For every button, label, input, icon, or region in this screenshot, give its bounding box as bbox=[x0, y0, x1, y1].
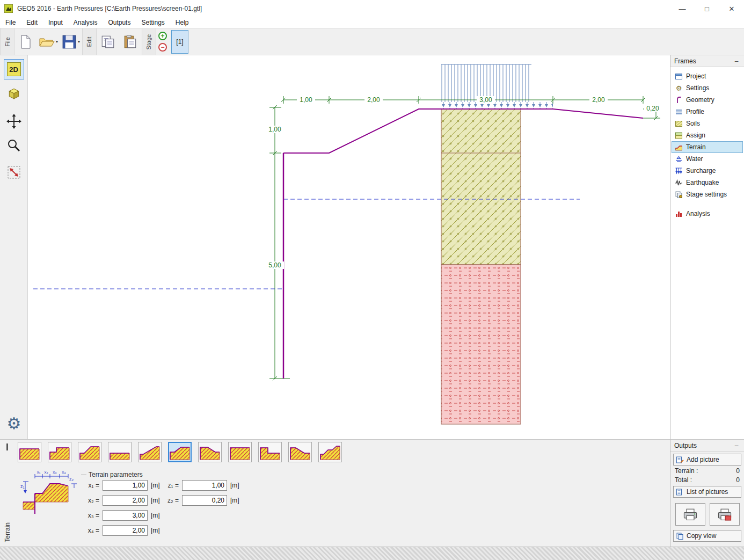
x2-input[interactable] bbox=[103, 495, 148, 506]
menu-outputs[interactable]: Outputs bbox=[103, 18, 136, 27]
terrain-frame: x₁ x₂ x₃ x₄ z₁ z₂ Terrain parameters x₁ … bbox=[14, 439, 670, 547]
3d-cube-icon bbox=[7, 86, 21, 100]
frame-splitter-handle[interactable] bbox=[6, 443, 8, 450]
new-file-icon bbox=[19, 34, 32, 49]
remove-stage-icon[interactable]: − bbox=[158, 43, 167, 52]
terrain-shape-9[interactable] bbox=[258, 442, 282, 462]
open-file-button[interactable]: ▾ bbox=[38, 30, 59, 54]
drawing-canvas[interactable]: 1,00 2,00 3,00 2,00 1,00 5,00 0,20 bbox=[28, 55, 670, 439]
minimize-icon[interactable]: — bbox=[670, 0, 695, 17]
printer-icon bbox=[682, 507, 698, 521]
water-icon bbox=[675, 155, 683, 163]
terrain-count-label: Terrain : bbox=[675, 467, 698, 475]
frames-item-assign[interactable]: Assign bbox=[672, 129, 743, 141]
frames-item-project[interactable]: Project bbox=[672, 70, 743, 82]
fit-view-button[interactable] bbox=[4, 162, 24, 183]
outputs-panel: Outputs – Add picture Terrain : 0 Total … bbox=[670, 439, 744, 547]
z1-input[interactable] bbox=[182, 480, 227, 491]
frames-minimize-icon[interactable]: – bbox=[733, 57, 740, 65]
terrain-count-row: Terrain : 0 bbox=[670, 466, 744, 475]
menu-input[interactable]: Input bbox=[43, 18, 68, 27]
terrain-shape-7[interactable] bbox=[198, 442, 222, 462]
diagram-x1-label: x₁ bbox=[37, 470, 41, 475]
x3-label: x₃ = bbox=[81, 512, 99, 519]
app-window: GEO5 2016 - Earth Pressures [C:\Earth Pr… bbox=[0, 0, 744, 560]
frames-item-soils[interactable]: Soils bbox=[672, 118, 743, 129]
dim-left-1: 1,00 bbox=[268, 126, 281, 133]
frames-item-terrain[interactable]: Terrain bbox=[672, 141, 743, 153]
assign-icon bbox=[675, 132, 683, 140]
frames-item-label: Soils bbox=[686, 120, 700, 127]
frames-panel-header: Frames – bbox=[670, 55, 744, 67]
frames-item-settings[interactable]: ⚙ Settings bbox=[672, 82, 743, 94]
menu-file[interactable]: File bbox=[0, 18, 21, 27]
zoom-icon bbox=[6, 138, 21, 153]
surcharge-icon bbox=[675, 167, 683, 175]
close-icon[interactable]: ✕ bbox=[719, 0, 744, 17]
z1-unit: [m] bbox=[230, 482, 239, 489]
x3-input[interactable] bbox=[103, 510, 148, 521]
stage-1-button[interactable]: [1] bbox=[171, 30, 188, 54]
dim-right: 0,20 bbox=[646, 105, 659, 112]
terrain-parameters-group: Terrain parameters bbox=[81, 471, 143, 478]
maximize-icon[interactable]: □ bbox=[695, 0, 719, 17]
terrain-shape-11[interactable] bbox=[318, 442, 342, 462]
main-toolbar: File ▾ ▾ Edit bbox=[0, 28, 744, 55]
view-3d-button[interactable] bbox=[4, 83, 24, 104]
2d-icon: 2D bbox=[7, 62, 21, 76]
open-dropdown-icon[interactable]: ▾ bbox=[56, 39, 58, 44]
x4-input[interactable] bbox=[103, 525, 148, 536]
print-picture-button[interactable] bbox=[710, 503, 740, 526]
frames-item-profile[interactable]: Profile bbox=[672, 106, 743, 118]
frames-item-label: Assign bbox=[686, 132, 705, 139]
stage-settings-icon bbox=[675, 191, 683, 199]
frames-item-earthquake[interactable]: Earthquake bbox=[672, 177, 743, 188]
menu-settings[interactable]: Settings bbox=[136, 18, 170, 27]
drawing-settings-button[interactable]: ⚙ bbox=[4, 413, 24, 434]
frames-item-water[interactable]: Water bbox=[672, 153, 743, 165]
terrain-shape-1[interactable] bbox=[18, 442, 41, 462]
terrain-shape-3[interactable] bbox=[78, 442, 101, 462]
view-toolbar: 2D bbox=[0, 55, 28, 439]
view-2d-button[interactable]: 2D bbox=[4, 59, 24, 79]
frames-item-surcharge[interactable]: Surcharge bbox=[672, 165, 743, 177]
z2-input[interactable] bbox=[182, 495, 227, 506]
printer-picture-icon bbox=[717, 507, 733, 521]
frames-item-analysis[interactable]: Analysis bbox=[672, 208, 743, 220]
save-dropdown-icon[interactable]: ▾ bbox=[78, 39, 80, 44]
add-stage-icon[interactable]: + bbox=[158, 32, 167, 40]
menu-edit[interactable]: Edit bbox=[21, 18, 43, 27]
menu-analysis[interactable]: Analysis bbox=[68, 18, 103, 27]
profile-icon bbox=[675, 108, 683, 116]
new-file-button[interactable] bbox=[16, 30, 36, 54]
diagram-z1-label: z₁ bbox=[20, 484, 25, 489]
analysis-icon bbox=[675, 210, 683, 218]
terrain-shape-8[interactable] bbox=[228, 442, 252, 462]
terrain-shape-2[interactable] bbox=[48, 442, 71, 462]
bottom-frame-label: Terrain bbox=[4, 522, 11, 542]
frames-item-geometry[interactable]: Geometry bbox=[672, 94, 743, 106]
frames-item-stage-settings[interactable]: Stage settings bbox=[672, 188, 743, 200]
open-file-icon bbox=[39, 35, 55, 48]
save-button[interactable]: ▾ bbox=[61, 30, 81, 54]
outputs-minimize-icon[interactable]: – bbox=[733, 442, 740, 449]
x1-input[interactable] bbox=[103, 480, 148, 491]
outputs-panel-header: Outputs – bbox=[670, 440, 744, 452]
terrain-shape-5[interactable] bbox=[138, 442, 162, 462]
print-document-button[interactable] bbox=[675, 503, 705, 526]
terrain-shape-10[interactable] bbox=[288, 442, 312, 462]
list-of-pictures-button[interactable]: List of pictures bbox=[673, 486, 741, 498]
copy-view-icon bbox=[676, 532, 684, 540]
add-picture-button[interactable]: Add picture bbox=[673, 454, 741, 466]
copy-picture-button[interactable] bbox=[98, 30, 118, 54]
title-bar: GEO5 2016 - Earth Pressures [C:\Earth Pr… bbox=[0, 0, 744, 17]
pan-tool-button[interactable] bbox=[4, 111, 24, 132]
terrain-shape-4[interactable] bbox=[108, 442, 132, 462]
zoom-tool-button[interactable] bbox=[4, 135, 24, 156]
copy-view-button[interactable]: Copy view bbox=[673, 530, 741, 542]
dim-top-2: 2,00 bbox=[367, 96, 380, 104]
menu-help[interactable]: Help bbox=[170, 18, 194, 27]
diagram-x3-label: x₃ bbox=[53, 470, 56, 475]
terrain-shape-6[interactable] bbox=[168, 442, 192, 462]
paste-button[interactable] bbox=[120, 30, 141, 54]
